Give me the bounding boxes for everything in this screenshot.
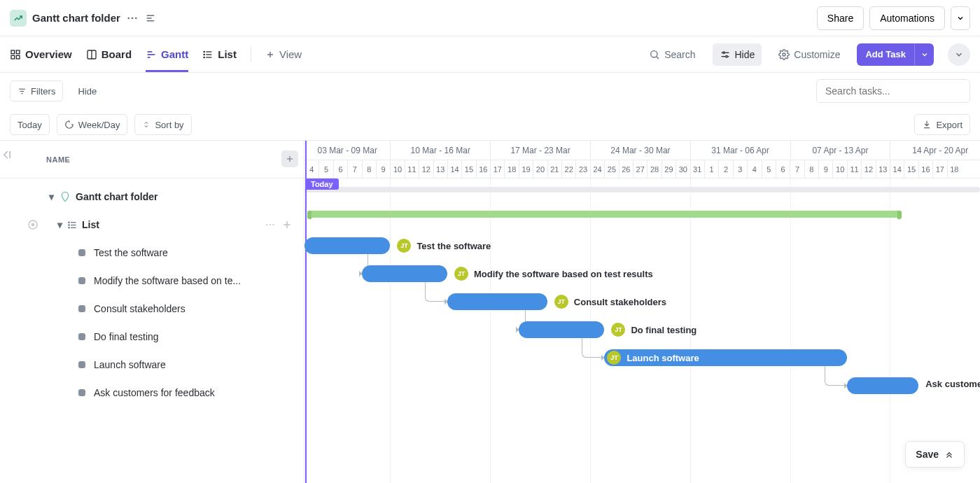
folder-icon (59, 190, 71, 203)
scale-button[interactable]: Week/Day (57, 114, 128, 135)
collapse-sidebar-icon[interactable] (144, 12, 157, 24)
svg-rect-9 (16, 55, 20, 59)
assignee-avatar: JT (554, 295, 568, 309)
task-row[interactable]: Modify the software based on te... (0, 267, 304, 295)
folder-title: Gantt chart folder (32, 12, 120, 24)
add-column-button[interactable] (281, 150, 298, 167)
day-header: 19 (519, 160, 533, 178)
svg-line-24 (657, 56, 659, 58)
gantt-toolbar: Today Week/Day Sort by Export (0, 109, 980, 140)
overflow-menu-button[interactable] (948, 43, 970, 66)
svg-point-0 (127, 17, 130, 19)
task-row[interactable]: Consult stakeholders (0, 295, 304, 323)
search-tasks-field[interactable] (825, 85, 961, 97)
gantt-main: NAME ▾ Gantt chart folder ▾ (0, 140, 980, 483)
status-dot-icon (78, 277, 85, 284)
tree-list[interactable]: ▾ List (0, 211, 304, 239)
gantt-bar-label: Launch software (626, 353, 699, 363)
task-row[interactable]: Ask customers for feedback (0, 379, 304, 407)
search-action[interactable]: Search (646, 43, 698, 66)
day-header: 15 (904, 160, 918, 178)
day-header: 10 (390, 160, 404, 178)
status-dot-icon (78, 249, 85, 256)
task-row[interactable]: Do final testing (0, 323, 304, 351)
customize-action[interactable]: Customize (776, 43, 843, 66)
name-column-header: NAME (0, 141, 304, 178)
list-summary-bar[interactable] (307, 211, 902, 218)
day-header: 7 (790, 160, 804, 178)
automations-button[interactable]: Automations (869, 6, 945, 30)
svg-point-28 (725, 55, 727, 57)
add-task-caret-button[interactable] (914, 43, 934, 66)
svg-rect-8 (11, 55, 15, 59)
gantt-task-bar[interactable]: JT Launch software (604, 349, 847, 366)
day-header: 17 (932, 160, 946, 178)
task-label: Launch software (94, 359, 166, 370)
filters-button[interactable]: Filters (10, 80, 63, 102)
today-button[interactable]: Today (10, 114, 50, 135)
list-add-icon[interactable] (281, 219, 293, 230)
svg-point-42 (69, 222, 69, 223)
sort-button[interactable]: Sort by (134, 114, 191, 135)
gantt-chart-panel[interactable]: 03 Mar - 09 Mar10 Mar - 16 Mar17 Mar - 2… (304, 140, 980, 483)
day-header: 26 (619, 160, 633, 178)
list-more-icon[interactable] (265, 219, 276, 230)
add-task-button[interactable]: Add Task (857, 43, 914, 66)
task-label: Modify the software based on te... (94, 275, 241, 286)
gantt-bar-label: Modify the software based on test result… (474, 269, 653, 279)
day-header: 8 (804, 160, 818, 178)
list-icon (67, 220, 78, 230)
gantt-task-bar[interactable] (304, 237, 390, 254)
day-header: 7 (347, 160, 361, 178)
tab-gantt[interactable]: Gantt (146, 36, 188, 72)
task-tree: ▾ Gantt chart folder ▾ List (0, 178, 304, 407)
svg-rect-7 (16, 50, 20, 54)
caret-down-icon: ▾ (56, 221, 63, 228)
gantt-task-bar[interactable] (847, 377, 918, 394)
gantt-task-bar[interactable] (362, 265, 447, 282)
tab-board[interactable]: Board (86, 36, 132, 72)
dependency-link (582, 338, 603, 358)
search-tasks-input[interactable] (816, 79, 970, 103)
assignee-avatar: JT (611, 323, 625, 337)
tab-list[interactable]: List (202, 36, 237, 72)
svg-point-1 (132, 17, 134, 19)
share-button[interactable]: Share (817, 6, 864, 30)
task-row[interactable]: Launch software (0, 351, 304, 379)
more-icon[interactable] (126, 12, 139, 24)
add-view-button[interactable]: View (265, 36, 302, 72)
horizontal-scrollbar[interactable] (304, 187, 980, 192)
day-header: 23 (575, 160, 589, 178)
task-row[interactable]: Test the software (0, 239, 304, 267)
hide-action[interactable]: Hide (713, 43, 762, 66)
day-header: 17 (490, 160, 504, 178)
status-dot-icon (78, 333, 85, 340)
svg-point-38 (31, 223, 35, 227)
collapse-all-icon[interactable] (0, 148, 14, 162)
save-button[interactable]: Save (905, 441, 965, 468)
day-header: 8 (362, 160, 376, 178)
day-header: 31 (690, 160, 704, 178)
gantt-bar-label-group: JTModify the software based on test resu… (454, 267, 653, 281)
export-button[interactable]: Export (914, 114, 970, 135)
hide-filters-button[interactable]: Hide (70, 80, 104, 102)
automations-caret-button[interactable] (951, 6, 970, 30)
folder-breadcrumb[interactable]: Gantt chart folder (10, 10, 120, 27)
day-header: 9 (818, 160, 832, 178)
day-header: 25 (604, 160, 618, 178)
week-header: 24 Mar - 30 Mar (590, 141, 690, 160)
svg-point-29 (783, 53, 785, 56)
tree-folder[interactable]: ▾ Gantt chart folder (0, 183, 304, 211)
day-header: 5 (318, 160, 332, 178)
day-header: 12 (861, 160, 875, 178)
day-header: 22 (561, 160, 575, 178)
assignee-avatar: JT (607, 351, 621, 365)
day-header: 6 (776, 160, 790, 178)
gantt-task-bar[interactable] (447, 293, 547, 310)
day-header: 16 (476, 160, 490, 178)
tab-overview[interactable]: Overview (10, 36, 72, 72)
week-header: 31 Mar - 06 Apr (690, 141, 790, 160)
gantt-task-bar[interactable] (519, 321, 604, 338)
gantt-bar-label: Do final testing (631, 325, 696, 335)
week-header: 14 Apr - 20 Apr (890, 141, 980, 160)
